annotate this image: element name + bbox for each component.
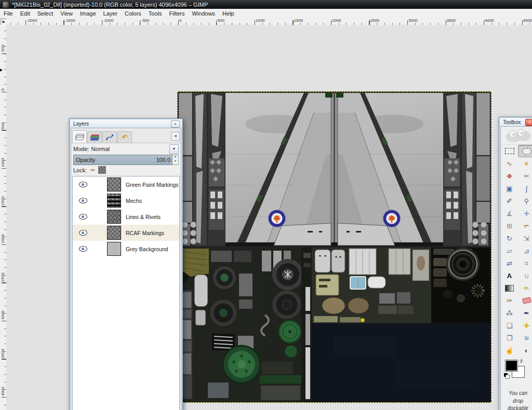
layer-thumbnail[interactable]	[107, 242, 121, 256]
menu-image[interactable]: Image	[76, 9, 100, 18]
tool-heal-button[interactable]: ✚	[518, 319, 532, 332]
tool-foreground-select-button[interactable]: ▣	[501, 182, 518, 195]
rectangle-select-icon	[505, 148, 514, 154]
menu-windows[interactable]: Windows	[188, 9, 219, 18]
tool-ink-button[interactable]: ✒	[518, 307, 532, 319]
tool-paintbrush-button[interactable]: ✑	[501, 294, 518, 307]
lock-alpha-icon[interactable]	[98, 166, 106, 174]
blur-sharpen-icon: ≋	[524, 335, 529, 341]
tool-dodge-burn-button[interactable]: ◐	[518, 344, 532, 357]
tab-undo-history[interactable]: ↶	[117, 131, 132, 143]
tool-scale-button[interactable]: ⇲	[518, 232, 532, 244]
eye-icon[interactable]	[79, 246, 87, 252]
tool-color-picker-button[interactable]: ✐	[501, 195, 518, 207]
h-ruler-label: 2500	[370, 18, 380, 23]
rotate-icon: ↻	[507, 235, 512, 242]
horizontal-ruler[interactable]: -2000-1500-1000-500050010001500200025003…	[6, 18, 532, 25]
eye-icon[interactable]	[79, 214, 87, 220]
default-colors-icon[interactable]	[504, 373, 508, 377]
menu-colors[interactable]: Colors	[121, 9, 145, 18]
opacity-value: 100.0	[156, 157, 172, 163]
eye-icon[interactable]	[79, 230, 87, 236]
h-ruler-label: 4500	[523, 18, 532, 23]
tool-crop-button[interactable]: ✃	[518, 220, 532, 232]
wilber-logo	[501, 127, 532, 145]
layer-row-rcaf-markings[interactable]: RCAF Markings	[73, 225, 179, 241]
tool-intelligent-scissors-button[interactable]: ✂	[518, 170, 532, 182]
menu-view[interactable]: View	[57, 9, 76, 18]
tab-channels[interactable]	[87, 131, 102, 143]
layer-list: Green Paint MarkingsMechsLines & RivetsR…	[72, 176, 180, 410]
tool-paths-button[interactable]: ʃ	[518, 182, 532, 195]
layer-row-grey-background[interactable]: Grey Background	[73, 241, 179, 257]
foreground-color-swatch[interactable]	[506, 360, 517, 371]
menu-select[interactable]: Select	[34, 9, 57, 18]
drop-hint-area: You can drop dockable dialogs here	[501, 382, 532, 410]
tool-airbrush-button[interactable]: ⁂	[501, 307, 518, 319]
tool-rotate-button[interactable]: ↻	[501, 232, 518, 244]
v-ruler-label: 2000	[1, 234, 5, 243]
v-ruler-label: 0	[1, 89, 5, 91]
channels-tab-icon	[91, 134, 99, 141]
tool-eraser-button[interactable]	[518, 294, 532, 307]
tool-fuzzy-select-button[interactable]: ✶	[518, 157, 532, 170]
tool-shear-button[interactable]: ▱	[501, 244, 518, 257]
layer-row-lines-rivets[interactable]: Lines & Rivets	[73, 209, 179, 225]
tool-measure-button[interactable]: ∡	[501, 207, 518, 220]
layer-row-mechs[interactable]: Mechs	[73, 193, 179, 209]
image-canvas[interactable]	[178, 92, 491, 402]
opacity-slider[interactable]: Opacity 100.0	[73, 155, 172, 165]
layer-thumbnail[interactable]	[107, 194, 121, 208]
tool-bucket-fill-button[interactable]: ∪	[518, 269, 532, 282]
tool-pencil-button[interactable]: ✏	[518, 282, 532, 294]
layer-name: Grey Background	[126, 246, 168, 252]
tool-align-button[interactable]: ⊞	[501, 220, 518, 232]
lock-pixels-icon[interactable]: ✑	[90, 167, 95, 173]
layers-dialog-close-button[interactable]: x	[171, 120, 180, 128]
select-by-color-icon: ❖	[507, 173, 513, 180]
layer-row-green-paint-markings[interactable]: Green Paint Markings	[73, 176, 179, 193]
tab-menu-button[interactable]: ◂	[171, 132, 180, 141]
v-ruler-label: 500	[1, 122, 5, 129]
tool-flip-button[interactable]: ⇄	[501, 257, 518, 269]
scale-icon: ⇲	[524, 235, 529, 242]
layers-dialog-titlebar[interactable]: Layers x	[71, 120, 181, 128]
tool-smudge-button[interactable]: ☝	[501, 344, 518, 357]
tool-move-button[interactable]: ✛	[518, 207, 532, 220]
toolbox-close-button[interactable]: x	[525, 119, 532, 126]
tool-select-by-color-button[interactable]: ❖	[501, 170, 518, 182]
eye-icon[interactable]	[79, 198, 87, 203]
perspective-icon: ⊿	[524, 248, 529, 254]
layer-thumbnail[interactable]	[107, 210, 121, 224]
tool-gradient-button[interactable]	[501, 282, 518, 294]
opacity-spinner[interactable]: ▲▼	[172, 155, 179, 165]
menu-file[interactable]: File	[0, 9, 17, 18]
tool-zoom-button[interactable]: ⚲	[518, 195, 532, 207]
layer-thumbnail[interactable]	[107, 177, 121, 192]
mode-dropdown-button[interactable]: ▼	[169, 144, 179, 154]
tool-blur-sharpen-button[interactable]: ≋	[518, 332, 532, 344]
menu-filters[interactable]: Filters	[166, 9, 189, 18]
menu-help[interactable]: Help	[219, 9, 238, 18]
tab-paths[interactable]	[102, 131, 117, 143]
tab-layers[interactable]	[72, 130, 87, 143]
tool-perspective-button[interactable]: ⊿	[518, 244, 532, 257]
h-ruler-label: 1500	[294, 18, 303, 23]
wilber-logo-icon	[503, 129, 532, 142]
tool-ellipse-select-button[interactable]	[518, 145, 532, 157]
layer-thumbnail[interactable]	[107, 226, 121, 240]
toolbox-titlebar[interactable]: Toolbox x	[500, 118, 532, 126]
eye-icon[interactable]	[79, 182, 87, 187]
menu-tools[interactable]: Tools	[145, 9, 166, 18]
tool-rectangle-select-button[interactable]	[501, 145, 518, 157]
toolbox-dialog: Toolbox x ∿✶❖✂▣ʃ✐⚲∡✛⊞✃↻⇲▱⊿⇄⌗A∪✏✑⁂✒❏✚❐≋☝◐	[499, 117, 532, 410]
tool-perspective-clone-button[interactable]: ❐	[501, 332, 518, 344]
swap-colors-icon[interactable]: ⇄	[518, 358, 524, 364]
tool-clone-button[interactable]: ❏	[501, 319, 518, 332]
tool-text-button[interactable]: A	[501, 269, 518, 282]
tool-cage-transform-button[interactable]: ⌗	[518, 257, 532, 269]
menu-edit[interactable]: Edit	[17, 9, 34, 18]
menu-layer[interactable]: Layer	[100, 9, 122, 18]
tool-free-select-button[interactable]: ∿	[501, 157, 518, 170]
layers-dialog: Layers x	[69, 118, 183, 410]
